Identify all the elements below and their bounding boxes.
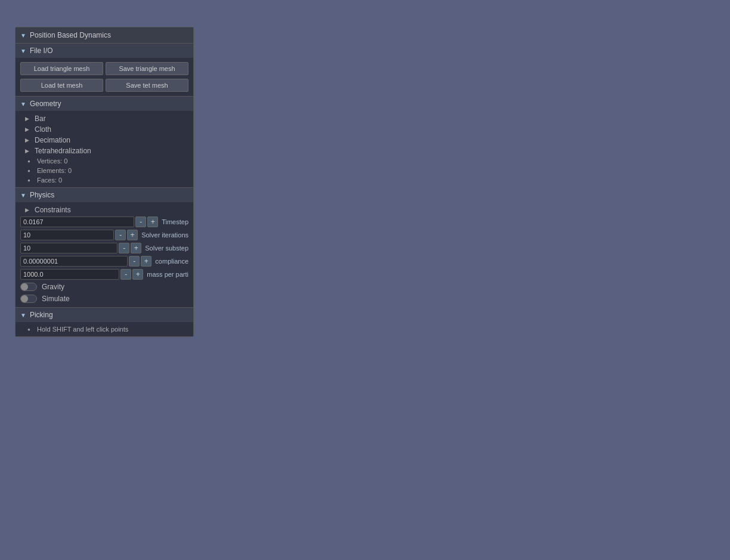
constraints-arrow-icon: ▶ — [25, 207, 31, 213]
section-physics-header[interactable]: ▼ Physics — [16, 188, 193, 202]
fileio-label: File I/O — [30, 47, 53, 55]
timestep-input[interactable] — [20, 216, 134, 227]
elements-info: ● Elements: 0 — [16, 166, 193, 175]
picking-bullet: ● — [27, 327, 33, 332]
picking-info: ● Hold SHIFT and left click points — [16, 324, 193, 334]
compliance-label: compliance — [155, 258, 188, 265]
solver-iter-increment[interactable]: + — [127, 230, 138, 240]
solver-substep-decrement[interactable]: - — [119, 243, 129, 253]
section-geometry: ▼ Geometry ▶ Bar ▶ Cloth ▶ Decimation ▶ … — [16, 96, 193, 187]
compliance-row: - + compliance — [16, 255, 193, 268]
vertices-label: Vertices: 0 — [37, 157, 67, 165]
panel-collapse-icon[interactable]: ▼ — [20, 32, 26, 39]
fileio-row1: Load triangle mesh Save triangle mesh — [16, 60, 193, 77]
decimation-label: Decimation — [35, 136, 70, 144]
geometry-label: Geometry — [30, 100, 61, 108]
tree-item-bar[interactable]: ▶ Bar — [16, 113, 193, 124]
mass-decrement[interactable]: - — [120, 269, 131, 280]
timestep-label: Timestep — [162, 218, 188, 225]
section-geometry-header[interactable]: ▼ Geometry — [16, 97, 193, 111]
timestep-decrement[interactable]: - — [135, 216, 146, 227]
tree-item-cloth[interactable]: ▶ Cloth — [16, 124, 193, 135]
mass-row: - + mass per parti — [16, 268, 193, 281]
gravity-toggle[interactable] — [20, 283, 37, 291]
simulate-toggle[interactable] — [20, 295, 37, 303]
solver-substep-label: Solver substep — [145, 245, 188, 252]
constraints-label: Constraints — [35, 206, 71, 214]
mass-increment[interactable]: + — [132, 269, 143, 280]
load-triangle-button[interactable]: Load triangle mesh — [20, 62, 103, 75]
panel-header: ▼ Position Based Dynamics — [16, 27, 193, 43]
solver-substep-increment[interactable]: + — [131, 243, 141, 253]
fileio-content: Load triangle mesh Save triangle mesh Lo… — [16, 58, 193, 96]
gravity-row: Gravity — [16, 281, 193, 293]
faces-label: Faces: 0 — [37, 177, 62, 184]
gravity-toggle-label: Gravity — [42, 283, 64, 291]
elements-bullet: ● — [27, 168, 33, 174]
tree-item-constraints[interactable]: ▶ Constraints — [16, 205, 193, 215]
picking-content: ● Hold SHIFT and left click points — [16, 322, 193, 336]
load-tet-button[interactable]: Load tet mesh — [20, 79, 103, 92]
faces-bullet: ● — [27, 178, 33, 183]
picking-hint: Hold SHIFT and left click points — [37, 326, 128, 333]
picking-collapse-icon: ▼ — [20, 312, 26, 318]
bar-label: Bar — [35, 115, 46, 123]
timestep-increment[interactable]: + — [147, 216, 158, 227]
elements-label: Elements: 0 — [37, 167, 72, 174]
cloth-arrow-icon: ▶ — [25, 126, 31, 132]
fileio-row2: Load tet mesh Save tet mesh — [16, 77, 193, 94]
gravity-toggle-knob — [21, 283, 28, 290]
tree-item-tetrahedralization[interactable]: ▶ Tetrahedralization — [16, 146, 193, 156]
section-physics: ▼ Physics ▶ Constraints - + Timestep - +… — [16, 187, 193, 307]
bar-arrow-icon: ▶ — [25, 116, 31, 122]
solver-substep-input[interactable] — [20, 243, 117, 253]
physics-collapse-icon: ▼ — [20, 192, 26, 199]
solver-iter-decrement[interactable]: - — [115, 230, 126, 240]
mass-label: mass per parti — [147, 271, 188, 278]
section-fileio: ▼ File I/O Load triangle mesh Save trian… — [16, 43, 193, 96]
solver-substep-row: - + Solver substep — [16, 242, 193, 255]
vertices-bullet: ● — [27, 159, 33, 164]
section-picking-header[interactable]: ▼ Picking — [16, 308, 193, 322]
decimation-arrow-icon: ▶ — [25, 137, 31, 143]
solver-iterations-label: Solver iterations — [141, 231, 188, 239]
mass-input[interactable] — [20, 269, 119, 280]
panel-title: Position Based Dynamics — [30, 31, 111, 39]
compliance-input[interactable] — [20, 256, 128, 267]
picking-label: Picking — [30, 311, 53, 319]
section-fileio-header[interactable]: ▼ File I/O — [16, 44, 193, 58]
section-picking: ▼ Picking ● Hold SHIFT and left click po… — [16, 307, 193, 336]
solver-iterations-input[interactable] — [20, 230, 114, 240]
tetra-arrow-icon: ▶ — [25, 148, 31, 154]
geometry-content: ▶ Bar ▶ Cloth ▶ Decimation ▶ Tetrahedral… — [16, 111, 193, 187]
solver-iter-row: - + Solver iterations — [16, 228, 193, 242]
compliance-decrement[interactable]: - — [129, 256, 140, 267]
simulate-toggle-knob — [21, 295, 28, 302]
timestep-row: - + Timestep — [16, 215, 193, 228]
physics-content: ▶ Constraints - + Timestep - + Solver it… — [16, 202, 193, 307]
cloth-label: Cloth — [35, 125, 51, 134]
simulate-row: Simulate — [16, 293, 193, 305]
faces-info: ● Faces: 0 — [16, 175, 193, 185]
compliance-increment[interactable]: + — [141, 256, 151, 267]
main-panel: ▼ Position Based Dynamics ▼ File I/O Loa… — [15, 27, 194, 337]
tree-item-decimation[interactable]: ▶ Decimation — [16, 135, 193, 146]
save-triangle-button[interactable]: Save triangle mesh — [106, 62, 188, 75]
physics-label: Physics — [30, 191, 54, 199]
geometry-collapse-icon: ▼ — [20, 101, 26, 107]
save-tet-button[interactable]: Save tet mesh — [106, 79, 188, 92]
simulate-toggle-label: Simulate — [42, 295, 70, 303]
fileio-collapse-icon: ▼ — [20, 48, 26, 54]
tetra-label: Tetrahedralization — [35, 147, 91, 155]
vertices-info: ● Vertices: 0 — [16, 156, 193, 166]
